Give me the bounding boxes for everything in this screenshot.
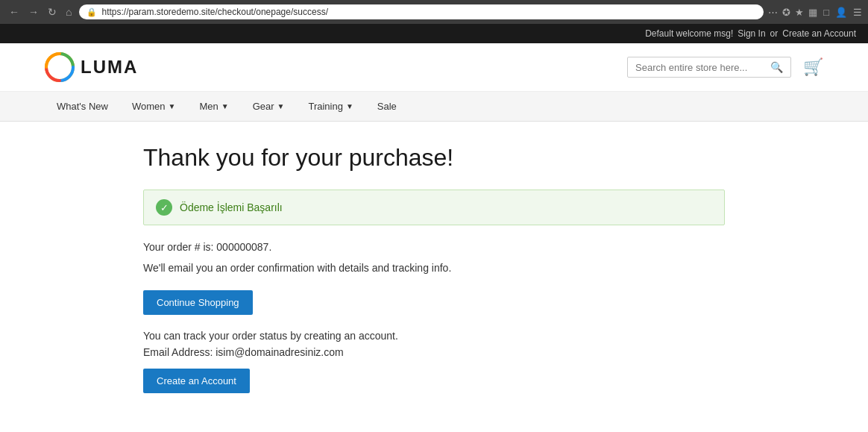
track-order-text: You can track your order status by creat… xyxy=(143,330,725,342)
top-bar: Default welcome msg! Sign In or Create a… xyxy=(0,24,868,43)
create-account-button[interactable]: Create an Account xyxy=(143,369,250,393)
continue-shopping-button[interactable]: Continue Shopping xyxy=(143,290,253,315)
star-icon[interactable]: ★ xyxy=(795,7,804,18)
success-text: Ödeme İşlemi Başarılı xyxy=(180,201,283,213)
browser-nav-buttons: ← → ↻ ⌂ xyxy=(6,4,75,19)
email-confirmation-text: We'll email you an order confirmation wi… xyxy=(143,260,725,276)
chevron-down-icon: ▼ xyxy=(221,102,229,110)
success-check-icon: ✓ xyxy=(156,199,172,216)
header-right: 🔍 🛒 xyxy=(627,57,823,78)
nav-gear[interactable]: Gear ▼ xyxy=(241,92,297,121)
nav-label-women: Women xyxy=(132,101,166,112)
create-account-link[interactable]: Create an Account xyxy=(782,28,856,39)
cart-icon[interactable]: 🛒 xyxy=(803,57,823,77)
menu-icon[interactable]: ☰ xyxy=(853,7,862,18)
browser-actions: ⋯ ✪ ★ xyxy=(768,7,804,18)
url-text: https://param.storedemo.site/checkout/on… xyxy=(101,7,756,17)
success-banner: ✓ Ödeme İşlemi Başarılı xyxy=(143,190,725,225)
order-number: Your order # is: 000000087. xyxy=(143,239,725,255)
nav-men[interactable]: Men ▼ xyxy=(187,92,240,121)
main-content: Thank you for your purchase! ✓ Ödeme İşl… xyxy=(98,122,770,432)
logo[interactable]: LUMA xyxy=(45,52,138,82)
search-input[interactable] xyxy=(635,62,770,73)
chevron-down-icon: ▼ xyxy=(169,102,176,110)
chevron-down-icon: ▼ xyxy=(277,102,285,110)
nav-label-men: Men xyxy=(199,101,218,112)
logo-text: LUMA xyxy=(81,57,138,78)
nav-whats-new[interactable]: What's New xyxy=(45,92,120,121)
chevron-down-icon: ▼ xyxy=(346,102,353,110)
or-text: or xyxy=(770,28,779,39)
page-title: Thank you for your purchase! xyxy=(143,144,725,172)
nav-training[interactable]: Training ▼ xyxy=(296,92,365,121)
logo-svg xyxy=(45,52,75,82)
refresh-button[interactable]: ↻ xyxy=(45,4,60,19)
site-header: LUMA 🔍 🛒 xyxy=(0,43,868,92)
search-icon[interactable]: 🔍 xyxy=(770,61,783,73)
extensions-icon[interactable]: ▦ xyxy=(808,7,817,18)
home-button[interactable]: ⌂ xyxy=(63,4,75,19)
lock-icon: 🔒 xyxy=(87,7,97,17)
nav-label-gear: Gear xyxy=(253,101,274,112)
nav-label-whats-new: What's New xyxy=(57,101,108,112)
back-button[interactable]: ← xyxy=(6,4,22,19)
nav-women[interactable]: Women ▼ xyxy=(120,92,187,121)
nav-label-sale: Sale xyxy=(377,101,397,112)
nav-sale[interactable]: Sale xyxy=(365,92,409,121)
nav-label-training: Training xyxy=(308,101,342,112)
welcome-message: Default welcome msg! xyxy=(645,28,733,39)
profile-icon[interactable]: 👤 xyxy=(835,7,847,18)
browser-chrome: ← → ↻ ⌂ 🔒 https://param.storedemo.site/c… xyxy=(0,0,868,24)
more-options-icon[interactable]: ⋯ xyxy=(768,7,778,18)
address-bar[interactable]: 🔒 https://param.storedemo.site/checkout/… xyxy=(79,4,764,19)
forward-button[interactable]: → xyxy=(25,4,42,19)
signin-link[interactable]: Sign In xyxy=(738,28,765,39)
bookmark-icon[interactable]: ✪ xyxy=(782,7,790,18)
email-address-text: Email Address: isim@domainadresiniz.com xyxy=(143,346,725,358)
search-bar[interactable]: 🔍 xyxy=(627,57,791,78)
tab-icon[interactable]: □ xyxy=(823,7,829,18)
main-nav: What's New Women ▼ Men ▼ Gear ▼ Training… xyxy=(0,92,868,122)
browser-right-icons: ▦ □ 👤 ☰ xyxy=(808,7,862,18)
